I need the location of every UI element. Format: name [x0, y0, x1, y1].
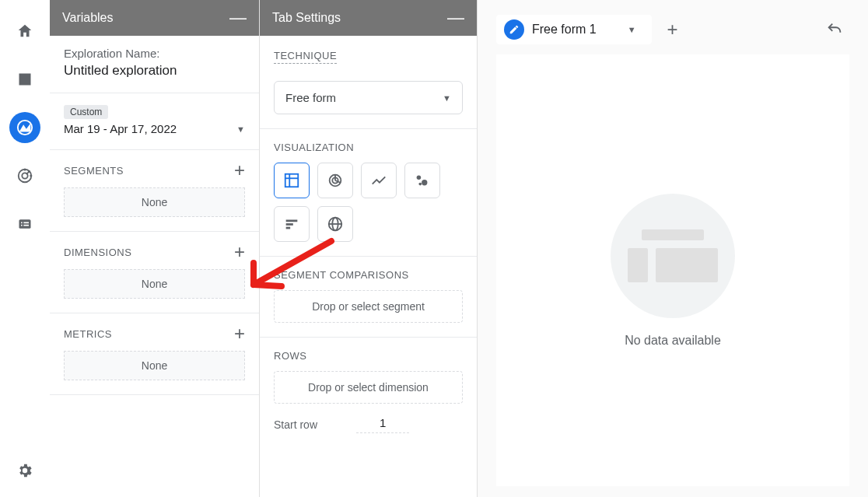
- svg-rect-20: [286, 223, 293, 226]
- empty-state-illustration: [611, 194, 735, 318]
- svg-rect-5: [21, 222, 23, 224]
- dimensions-title: DIMENSIONS: [64, 247, 131, 258]
- segments-add-button[interactable]: +: [234, 161, 245, 180]
- nav-configure[interactable]: [9, 208, 40, 240]
- svg-rect-21: [286, 227, 291, 229]
- rows-group: ROWS Drop or select dimension Start row …: [260, 338, 477, 447]
- tab-settings-panel: Tab Settings — TECHNIQUE Free form ▼ VIS…: [260, 0, 478, 497]
- undo-icon: [826, 21, 843, 38]
- variables-header: Variables —: [50, 0, 259, 36]
- start-row-input[interactable]: 1: [356, 416, 409, 433]
- tab-settings-title: Tab Settings: [272, 11, 341, 25]
- table-icon: [283, 172, 300, 189]
- scatter-icon: [414, 172, 431, 189]
- date-range-text: Mar 19 - Apr 17, 2022: [64, 122, 177, 135]
- dimensions-add-button[interactable]: +: [234, 243, 245, 261]
- svg-rect-4: [19, 219, 31, 229]
- svg-rect-7: [21, 225, 23, 226]
- svg-rect-9: [285, 174, 299, 187]
- line-chart-icon: [370, 172, 387, 189]
- metrics-add-button[interactable]: +: [234, 324, 245, 343]
- target-icon: [16, 167, 33, 184]
- rows-drop[interactable]: Drop or select dimension: [274, 371, 463, 404]
- tab-settings-header: Tab Settings —: [260, 0, 477, 36]
- undo-button[interactable]: [820, 15, 849, 44]
- list-icon: [17, 216, 33, 232]
- viz-scatter-button[interactable]: [404, 163, 440, 198]
- nav-home[interactable]: [9, 16, 40, 47]
- explore-icon: [16, 119, 33, 136]
- technique-label: TECHNIQUE: [274, 50, 337, 64]
- dimensions-none: None: [64, 269, 245, 299]
- viz-line-button[interactable]: [361, 163, 397, 198]
- exploration-name-section: Exploration Name: Untitled exploration: [50, 36, 259, 93]
- nav-rail: [0, 0, 50, 497]
- viz-donut-button[interactable]: [317, 163, 353, 198]
- exploration-name-input[interactable]: Untitled exploration: [64, 63, 245, 79]
- segment-comparisons-group: SEGMENT COMPARISONS Drop or select segme…: [260, 257, 477, 338]
- tab-bar: Free form 1 ▼ +: [496, 11, 849, 48]
- pencil-icon: [504, 19, 524, 40]
- date-range-section[interactable]: Custom Mar 19 - Apr 17, 2022 ▼: [50, 93, 259, 150]
- home-icon: [16, 23, 33, 40]
- tab-freeform1[interactable]: Free form 1 ▼: [496, 15, 652, 44]
- rows-label: ROWS: [274, 350, 463, 362]
- globe-icon: [327, 215, 344, 233]
- svg-rect-6: [23, 222, 29, 224]
- canvas-area: Free form 1 ▼ + No data available: [478, 0, 868, 497]
- svg-point-16: [417, 176, 422, 180]
- nav-admin[interactable]: [9, 455, 40, 486]
- viz-table-button[interactable]: [274, 163, 310, 198]
- variables-title: Variables: [62, 11, 114, 25]
- metrics-title: METRICS: [64, 328, 112, 340]
- bar-horizontal-icon: [283, 215, 300, 233]
- svg-line-15: [335, 180, 340, 183]
- tab-label: Free form 1: [532, 23, 597, 37]
- svg-rect-8: [23, 225, 29, 226]
- tab-settings-minimize[interactable]: —: [447, 9, 464, 26]
- segments-section: SEGMENTS + None: [50, 150, 259, 232]
- nav-explore[interactable]: [9, 112, 40, 143]
- technique-value: Free form: [285, 91, 336, 104]
- gear-icon: [16, 462, 33, 479]
- nav-reports[interactable]: [9, 64, 40, 95]
- dimensions-section: DIMENSIONS + None: [50, 232, 259, 313]
- no-data-text: No data available: [625, 334, 721, 348]
- metrics-none: None: [64, 351, 245, 380]
- svg-point-18: [418, 183, 422, 186]
- visualization-group: VISUALIZATION: [260, 129, 477, 257]
- date-range-chip: Custom: [64, 105, 108, 119]
- svg-rect-19: [286, 220, 298, 222]
- chevron-down-icon: ▼: [236, 124, 245, 134]
- segments-none: None: [64, 187, 245, 217]
- variables-panel: Variables — Exploration Name: Untitled e…: [50, 0, 260, 497]
- canvas-body: No data available: [496, 54, 849, 486]
- variables-minimize[interactable]: —: [229, 9, 247, 26]
- technique-select[interactable]: Free form ▼: [274, 81, 463, 114]
- technique-group: TECHNIQUE Free form ▼: [260, 36, 477, 129]
- segment-comparisons-drop[interactable]: Drop or select segment: [274, 290, 463, 323]
- add-tab-button[interactable]: +: [658, 15, 688, 44]
- chevron-down-icon[interactable]: ▼: [604, 25, 644, 34]
- viz-bar-button[interactable]: [274, 206, 310, 242]
- chevron-down-icon: ▼: [443, 93, 451, 103]
- metrics-section: METRICS + None: [50, 313, 259, 395]
- donut-chart-icon: [327, 172, 344, 189]
- visualization-label: VISUALIZATION: [274, 142, 463, 153]
- nav-advertising[interactable]: [9, 160, 40, 191]
- viz-geo-button[interactable]: [317, 206, 353, 242]
- bar-chart-icon: [17, 72, 33, 87]
- segments-title: SEGMENTS: [64, 165, 124, 177]
- svg-point-17: [422, 180, 427, 185]
- exploration-name-label: Exploration Name:: [64, 47, 245, 60]
- segment-comparisons-label: SEGMENT COMPARISONS: [274, 269, 463, 281]
- start-row-label: Start row: [274, 418, 317, 431]
